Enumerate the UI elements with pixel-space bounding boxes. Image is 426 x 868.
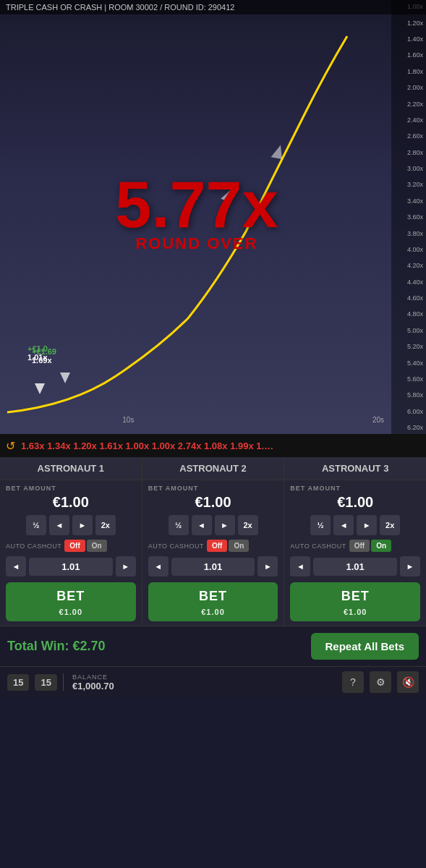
- scale-label: 4.80x: [394, 310, 423, 318]
- astronaut3-autocashout-row: AUTO CASHOUT Off On: [290, 540, 420, 552]
- astronaut3-auto-label: AUTO CASHOUT: [290, 542, 346, 550]
- astronaut3-toggle: Off On: [349, 540, 391, 552]
- astronaut3-cashout-next[interactable]: ►: [400, 556, 420, 576]
- astronaut2-cashout-value: 1.01: [171, 558, 255, 576]
- astronaut2-cashout-prev[interactable]: ◄: [148, 556, 169, 576]
- settings-button[interactable]: ⚙: [370, 671, 391, 693]
- svg-marker-0: [35, 383, 45, 394]
- scale-label: 3.40x: [394, 197, 423, 205]
- astronaut1-autocashout-row: AUTO CASHOUT Off On: [6, 540, 136, 552]
- scale-label: 4.60x: [394, 294, 423, 302]
- astronaut2-double-btn[interactable]: 2x: [238, 515, 258, 535]
- scale-label: 2.20x: [394, 101, 423, 108]
- astronaut1-toggle: Off On: [64, 540, 106, 552]
- scale-label: 3.20x: [394, 181, 423, 188]
- astronaut3-double-btn[interactable]: 2x: [380, 515, 400, 535]
- astronaut3-bet-amount: €1.00: [290, 494, 420, 511]
- round-over-text: ROUND OVER: [115, 234, 278, 253]
- scale-label: 6.00x: [394, 408, 423, 415]
- game-title: TRIPLE CASH OR CRASH | ROOM 30002 / ROUN…: [6, 3, 234, 12]
- astronaut1-header: ASTRONAUT 1: [0, 457, 142, 480]
- balance-section: BALANCE €1,000.70: [72, 673, 114, 692]
- scale-label: 2.60x: [394, 132, 423, 140]
- game-header: TRIPLE CASH OR CRASH | ROOM 30002 / ROUN…: [0, 0, 426, 14]
- ticker-icon: ↺: [0, 439, 21, 453]
- astronaut1-next-btn[interactable]: ►: [72, 515, 93, 535]
- astronaut1-bet-button[interactable]: BET €1.00: [6, 582, 136, 621]
- scale-label: 5.40x: [394, 359, 423, 367]
- bet-panels: BET AMOUNT €1.00 ½ ◄ ► 2x AUTO CASHOUT O…: [0, 480, 426, 626]
- scale-label: 5.60x: [394, 375, 423, 383]
- ticker-content: 1.63x 1.34x 1.20x 1.61x 1.00x 1.00x 2.74…: [21, 441, 273, 451]
- astronaut1-win-label: +€1.69 1.69x: [32, 347, 56, 365]
- scale-label: 4.00x: [394, 246, 423, 253]
- astronaut1-cashout-value: 1.01: [29, 558, 113, 576]
- nav-badge-1: 15: [7, 674, 29, 691]
- astronaut3-toggle-off[interactable]: Off: [349, 540, 370, 552]
- sound-button[interactable]: 🔇: [397, 671, 419, 693]
- astronaut1-prev-btn[interactable]: ◄: [49, 515, 69, 535]
- astronaut1-controls: ½ ◄ ► 2x: [6, 515, 136, 535]
- astronaut2-cashout-next[interactable]: ►: [257, 556, 278, 576]
- astronaut3-next-btn[interactable]: ►: [357, 515, 377, 535]
- scale-label: 5.20x: [394, 343, 423, 350]
- astronaut1-win-amount: +€1.69: [32, 347, 56, 356]
- ticker-bar: ↺ 1.63x 1.34x 1.20x 1.61x 1.00x 1.00x 2.…: [0, 434, 426, 457]
- astronaut3-cashout-row: ◄ 1.01 ►: [290, 556, 420, 576]
- astronaut-headers: ASTRONAUT 1 ASTRONAUT 2 ASTRONAUT 3: [0, 457, 426, 480]
- repeat-all-bets-button[interactable]: Repeat All Bets: [311, 633, 419, 660]
- balance-label: BALANCE: [72, 673, 114, 681]
- astronaut1-toggle-off[interactable]: Off: [64, 540, 85, 552]
- scale-label: 3.60x: [394, 213, 423, 221]
- astronaut2-panel: BET AMOUNT €1.00 ½ ◄ ► 2x AUTO CASHOUT O…: [142, 480, 285, 626]
- astronaut2-bet-btn-sub: €1.00: [201, 608, 225, 616]
- astronaut2-header: ASTRONAUT 2: [142, 457, 285, 480]
- nav-icons: ? ⚙ 🔇: [342, 671, 419, 693]
- astronaut2-half-btn[interactable]: ½: [169, 515, 189, 535]
- nav-badge-2: 15: [35, 674, 56, 691]
- astronaut2-cashout-row: ◄ 1.01 ►: [148, 556, 278, 576]
- astronaut2-toggle-off[interactable]: Off: [207, 540, 227, 552]
- astronaut3-prev-btn[interactable]: ◄: [333, 515, 354, 535]
- astronaut2-next-btn[interactable]: ►: [215, 515, 235, 535]
- scale-label: 1.20x: [394, 20, 423, 27]
- scale-label: 2.00x: [394, 84, 423, 91]
- astronaut2-autocashout-row: AUTO CASHOUT Off On: [148, 540, 278, 552]
- scale-label: 2.40x: [394, 116, 423, 124]
- astronaut3-bet-btn-label: BET: [341, 589, 370, 603]
- scale-label: 2.80x: [394, 149, 423, 156]
- astronaut3-controls: ½ ◄ ► 2x: [290, 515, 420, 535]
- astronaut3-header: ASTRONAUT 3: [284, 457, 426, 480]
- astronaut2-toggle: Off On: [207, 540, 249, 552]
- scale-label: 1.40x: [394, 35, 423, 43]
- astronaut1-mult: 1.69x: [32, 356, 52, 365]
- astronaut2-bet-button[interactable]: BET €1.00: [148, 582, 278, 621]
- astronaut1-double-btn[interactable]: 2x: [95, 515, 116, 535]
- astronaut2-bet-amount: €1.00: [148, 494, 278, 511]
- astronaut2-controls: ½ ◄ ► 2x: [148, 515, 278, 535]
- astronaut1-auto-label: AUTO CASHOUT: [6, 542, 61, 550]
- astronaut3-cashout-value: 1.01: [313, 558, 397, 576]
- astronaut3-bet-button[interactable]: BET €1.00: [290, 582, 420, 621]
- astronaut1-cashout-prev[interactable]: ◄: [6, 556, 26, 576]
- scale-label: 4.20x: [394, 262, 423, 269]
- astronaut3-half-btn[interactable]: ½: [310, 515, 331, 535]
- astronaut1-panel: BET AMOUNT €1.00 ½ ◄ ► 2x AUTO CASHOUT O…: [0, 480, 142, 626]
- astronaut3-bet-label: BET AMOUNT: [290, 485, 420, 492]
- scale-label: 4.40x: [394, 278, 423, 286]
- scale-label: 1.60x: [394, 51, 423, 59]
- astronaut1-bet-btn-label: BET: [56, 589, 85, 603]
- astronaut2-prev-btn[interactable]: ◄: [192, 515, 212, 535]
- balance-value: €1,000.70: [72, 681, 114, 692]
- astronaut3-cashout-prev[interactable]: ◄: [290, 556, 310, 576]
- scale-label: 3.80x: [394, 230, 423, 237]
- astronaut1-half-btn[interactable]: ½: [26, 515, 46, 535]
- scale-bar: 6.20x 6.00x 5.80x 5.60x 5.40x 5.20x 5.00…: [391, 0, 426, 434]
- astronaut2-toggle-on[interactable]: On: [229, 540, 249, 552]
- astronaut3-toggle-on[interactable]: On: [371, 540, 391, 552]
- astronaut1-toggle-on[interactable]: On: [87, 540, 107, 552]
- help-button[interactable]: ?: [342, 671, 364, 693]
- scale-label: 3.00x: [394, 165, 423, 172]
- astronaut2-auto-label: AUTO CASHOUT: [148, 542, 204, 550]
- astronaut1-cashout-next[interactable]: ►: [116, 556, 136, 576]
